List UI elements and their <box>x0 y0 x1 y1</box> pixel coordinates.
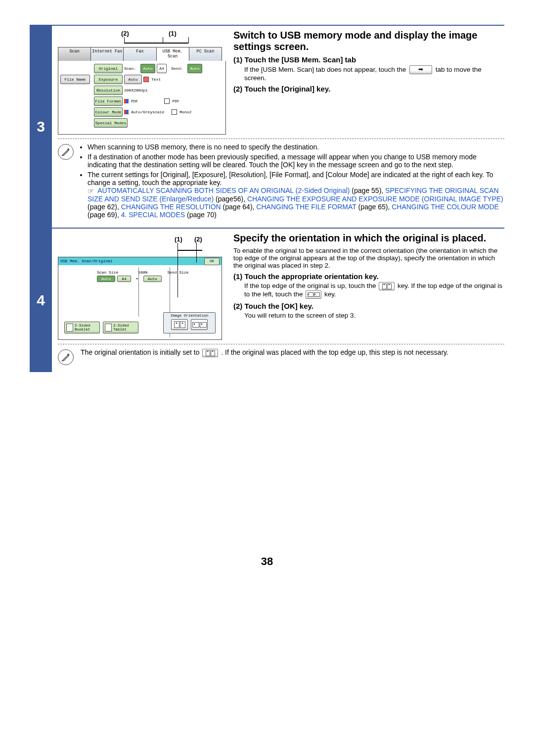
step4-callout-1: (1) <box>175 236 182 243</box>
scan-mode-tabs: Scan Internet Fax Fax USB Mem. Scan PC S… <box>58 47 222 61</box>
step3-note-1: When scanning to USB memory, there is no… <box>88 143 504 151</box>
step3-callout-2: (2) <box>121 30 129 37</box>
step-3: 3 (2) (1) Scan Intern <box>30 25 504 228</box>
step4-item1-lead: (1) Touch the appropriate orientation ke… <box>233 272 504 281</box>
hundred-percent: 100% <box>138 270 147 275</box>
step3-note-3: The current settings for [Original], [Ex… <box>88 171 493 187</box>
orientation-left-button[interactable] <box>191 319 208 330</box>
ok-button[interactable]: OK <box>204 258 220 265</box>
tab-scan[interactable]: Scan <box>58 47 91 61</box>
colour-icon <box>124 110 130 114</box>
tab-pc-scan[interactable]: PC Scan <box>189 47 222 61</box>
mono-icon <box>172 109 178 115</box>
pdf-icon-1 <box>124 99 130 103</box>
file-format-key[interactable]: File Format <box>94 96 123 106</box>
step3-callout-1: (1) <box>169 30 177 37</box>
send-label: Send: <box>171 66 186 71</box>
step4-heading: Specify the orientation in which the ori… <box>233 233 504 244</box>
step4-item1-a: If the top edge of the original is up, t… <box>244 282 378 289</box>
link-2sided[interactable]: AUTOMATICALLY SCANNING BOTH SIDES OF AN … <box>97 187 350 194</box>
mono-value: Mono2 <box>179 110 191 114</box>
image-orientation-group: Image Orientation <box>163 312 216 333</box>
tab-usb-mem-scan[interactable]: USB Mem. Scan <box>157 47 189 61</box>
step3-item2-lead: (2) Touch the [Original] key. <box>233 85 504 93</box>
exposure-key[interactable]: Exposure <box>94 75 123 84</box>
reference-pointer-icon: ☞ <box>88 187 94 195</box>
scan-size-a4[interactable]: A4 <box>117 276 131 282</box>
exposure-text-icon <box>143 77 150 82</box>
step3-divider <box>58 139 504 139</box>
tab-fax[interactable]: Fax <box>124 47 156 61</box>
step-4: 4 (1) (2) USB Mem. Scan/Origina <box>30 228 504 372</box>
link-exposure[interactable]: CHANGING THE EXPOSURE AND EXPOSURE MODE … <box>247 195 503 203</box>
note-icon <box>58 349 74 365</box>
orientation-up-icon <box>202 349 218 357</box>
step3-item1-lead: (1) Touch the [USB Mem. Scan] tab <box>233 55 504 64</box>
scan-size-auto[interactable]: Auto <box>97 276 115 282</box>
step4-divider <box>58 344 504 344</box>
step4-intro: To enable the original to be scanned in … <box>233 247 504 269</box>
step4-item2-sub: You will return to the screen of step 3. <box>244 312 504 319</box>
2sided-tablet-button[interactable]: 2-Sided Tablet <box>103 322 138 333</box>
step3-screenshot: (2) (1) Scan Internet Fax Fax USB Mem. S… <box>58 30 226 135</box>
scan-auto[interactable]: Auto <box>140 64 155 73</box>
link-colour-mode[interactable]: CHANGING THE COLOUR MODE <box>392 203 499 211</box>
exposure-auto: Auto <box>124 75 142 84</box>
step3-note-2: If a destination of another mode has bee… <box>88 153 504 169</box>
step3-item1-text-a: If the [USB Mem. Scan] tab does not appe… <box>244 66 406 73</box>
2sided-booklet-button[interactable]: 2-Sided Booklet <box>64 322 100 333</box>
scan-label: Scan: <box>124 66 139 71</box>
tab-internet-fax[interactable]: Internet Fax <box>91 47 124 61</box>
step4-note-a: The original orientation is initially se… <box>81 348 201 356</box>
send-size-auto[interactable]: Auto <box>143 276 162 282</box>
scan-a4[interactable]: A4 <box>157 64 167 73</box>
original-key[interactable]: Original <box>94 64 123 73</box>
image-orientation-label: Image Orientation <box>166 314 213 318</box>
scan-size-label: Scan Size <box>97 270 118 275</box>
colour-value: Auto/Greyscale <box>131 110 164 114</box>
link-file-format[interactable]: CHANGING THE FILE FORMAT <box>256 203 356 211</box>
note-icon <box>58 144 74 160</box>
send-size-label: Send Size <box>167 270 188 275</box>
pdf-label-2: PDF <box>172 99 179 103</box>
pdf-label-1: PDF <box>131 99 138 103</box>
step3-heading: Switch to USB memory mode and display th… <box>233 30 504 52</box>
panel4-title: USB Mem. Scan/Original <box>60 257 113 265</box>
colour-mode-key[interactable]: Colour Mode <box>94 107 123 117</box>
step4-callout-2: (2) <box>194 236 202 243</box>
resolution-value: 200X200dpi <box>124 88 148 93</box>
step-number-3: 3 <box>30 26 52 228</box>
orientation-up-icon <box>379 282 395 290</box>
link-special-modes[interactable]: 4. SPECIAL MODES <box>121 211 185 219</box>
link-resolution[interactable]: CHANGING THE RESOLUTION <box>121 203 221 211</box>
exposure-text: Text <box>151 77 161 82</box>
send-auto[interactable]: Auto <box>187 64 202 73</box>
orientation-left-icon <box>306 290 321 299</box>
resolution-key[interactable]: Resolution <box>94 86 123 95</box>
step4-screenshot: (1) (2) USB Mem. Scan/Original OK <box>58 233 226 340</box>
orientation-up-button[interactable] <box>171 319 188 330</box>
special-modes-key[interactable]: Special Modes <box>94 118 128 128</box>
scroll-right-icon[interactable]: ➡ <box>409 65 432 74</box>
page-number: 38 <box>30 555 504 568</box>
step4-item1-c: key. <box>324 290 336 298</box>
step4-item2-lead: (2) Touch the [OK] key. <box>233 302 504 310</box>
file-name-button[interactable]: File Name <box>60 75 90 84</box>
step-number-4: 4 <box>30 229 52 372</box>
pdf-icon-2 <box>164 98 171 104</box>
step4-note-b: . If the original was placed with the to… <box>221 348 448 356</box>
